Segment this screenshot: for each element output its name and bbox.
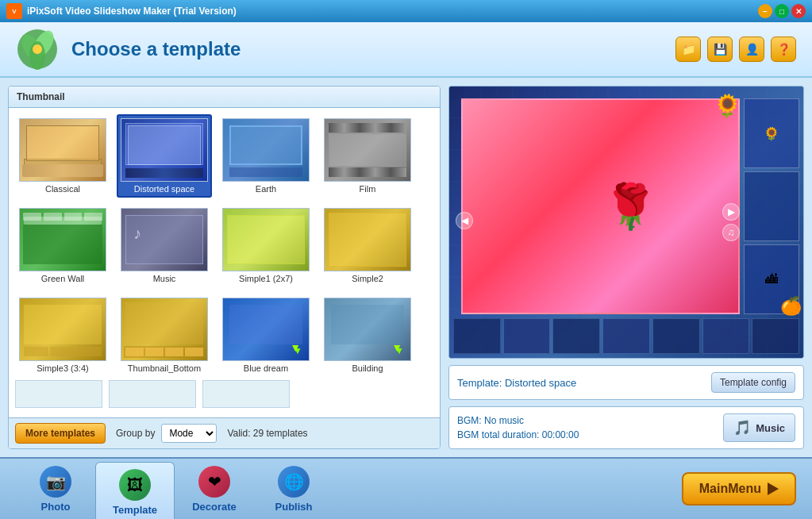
main-menu-button[interactable]: MainMenu bbox=[682, 472, 796, 506]
bgm-info: BGM: No music BGM total duration: 00:00:… bbox=[457, 415, 579, 440]
main-content: Thumbnail Classical bbox=[0, 78, 812, 457]
preview-bottom-thumb-2 bbox=[503, 318, 551, 354]
partial-template-row bbox=[15, 380, 433, 408]
help-button[interactable]: ❓ bbox=[771, 37, 796, 62]
app-title: iPixSoft Video Slideshow Maker (Trial Ve… bbox=[27, 6, 237, 17]
preview-left-nav: ◀ bbox=[456, 212, 473, 233]
template-label-simple2: Simple2 bbox=[352, 274, 383, 283]
template-thumb-film bbox=[324, 118, 411, 182]
template-item-film[interactable]: Film bbox=[320, 114, 415, 198]
template-item-earth[interactable]: Earth bbox=[218, 114, 314, 198]
preview-panel: 🌹 🌻 🌻 🏙 🍊 ◀ ▶ ♫ bbox=[448, 86, 804, 449]
preview-side-thumb-2 bbox=[744, 171, 799, 241]
template-thumb-greenwall bbox=[19, 208, 106, 271]
close-button[interactable]: ✕ bbox=[791, 4, 806, 18]
folder-button[interactable]: 📁 bbox=[675, 37, 701, 62]
preview-rose-icon: 🌹 bbox=[603, 181, 658, 233]
music-button[interactable]: 🎵 Music bbox=[723, 413, 795, 442]
template-item-greenwall[interactable]: Green Wall bbox=[15, 204, 110, 287]
app-header-logo bbox=[16, 28, 60, 71]
template-info: Template: Distorted space Template confi… bbox=[448, 365, 804, 400]
preview-bottom-thumb-4 bbox=[602, 318, 650, 354]
publish-icon: 🌐 bbox=[278, 466, 310, 498]
minimize-button[interactable]: − bbox=[758, 4, 772, 18]
template-thumb-classical bbox=[19, 118, 106, 182]
more-templates-button[interactable]: More templates bbox=[15, 423, 106, 444]
template-label-classical: Classical bbox=[45, 184, 80, 194]
template-panel-header: Thumbnail bbox=[9, 86, 440, 108]
nav-label-publish: Publish bbox=[275, 501, 313, 513]
app-logo: V bbox=[6, 3, 22, 19]
template-thumb-simple3 bbox=[19, 298, 106, 361]
preview-bottom-strip bbox=[453, 318, 799, 354]
nav-label-template: Template bbox=[113, 504, 157, 516]
preview-area: 🌹 🌻 🌻 🏙 🍊 ◀ ▶ ♫ bbox=[448, 86, 804, 359]
preview-bottom-thumb-1 bbox=[453, 318, 501, 354]
header: Choose a template 📁 💾 👤 ❓ bbox=[0, 22, 812, 78]
template-item-distorted[interactable]: Distorted space bbox=[117, 114, 212, 198]
next-button[interactable]: ▶ bbox=[722, 203, 740, 221]
template-item-building[interactable]: ▼ Building bbox=[320, 294, 415, 377]
template-panel-footer: More templates Group by Mode Style Theme… bbox=[9, 417, 440, 448]
save-button[interactable]: 💾 bbox=[707, 37, 733, 62]
maximize-button[interactable]: □ bbox=[775, 4, 789, 18]
main-menu-arrow-icon bbox=[768, 482, 779, 495]
user-button[interactable]: 👤 bbox=[739, 37, 764, 62]
play-button[interactable]: ♫ bbox=[722, 224, 740, 241]
nav-label-photo: Photo bbox=[41, 501, 71, 513]
template-item-blue-dream[interactable]: ▼ Blue dream bbox=[218, 294, 314, 377]
music-btn-label: Music bbox=[756, 422, 785, 434]
template-thumb-simple2 bbox=[324, 208, 411, 271]
group-by-label: Group by bbox=[116, 428, 155, 439]
template-label-distorted: Distorted space bbox=[134, 184, 194, 194]
svg-point-4 bbox=[33, 44, 42, 54]
bgm-label: BGM: No music bbox=[457, 415, 579, 426]
group-by-select[interactable]: Mode Style Theme bbox=[161, 424, 217, 443]
bgm-duration-label: BGM total duration: 00:00:00 bbox=[457, 429, 579, 440]
template-label-thumbnail-bottom: Thumbnail_Bottom bbox=[128, 363, 201, 373]
template-thumb-music: ♪ bbox=[121, 208, 208, 271]
template-item-simple3[interactable]: Simple3 (3:4) bbox=[15, 294, 110, 377]
header-icons: 📁 💾 👤 ❓ bbox=[675, 37, 796, 62]
template-thumb-simple1 bbox=[222, 208, 310, 271]
template-name-label: Template: Distorted space bbox=[457, 377, 576, 389]
bottle-decoration: 🍊 bbox=[780, 296, 802, 317]
template-thumb-distorted bbox=[121, 118, 208, 182]
nav-item-template[interactable]: 🖼 Template bbox=[95, 462, 175, 519]
template-item-simple1[interactable]: Simple1 (2x7) bbox=[218, 204, 314, 287]
sunflower-decoration: 🌻 bbox=[714, 93, 741, 119]
title-bar: V iPixSoft Video Slideshow Maker (Trial … bbox=[0, 0, 812, 22]
template-item-music[interactable]: ♪ Music bbox=[117, 204, 212, 287]
template-label-earth: Earth bbox=[256, 184, 276, 194]
preview-background: 🌹 🌻 🌻 🏙 🍊 ◀ ▶ ♫ bbox=[449, 86, 803, 358]
template-config-button[interactable]: Template config bbox=[711, 372, 795, 393]
preview-side-thumb-1: 🌻 bbox=[744, 98, 799, 168]
template-label-greenwall: Green Wall bbox=[41, 274, 85, 283]
nav-item-publish[interactable]: 🌐 Publish bbox=[254, 459, 333, 519]
template-panel: Thumbnail Classical bbox=[8, 86, 441, 449]
template-icon: 🖼 bbox=[119, 469, 151, 501]
page-title: Choose a template bbox=[71, 38, 241, 60]
nav-item-decorate[interactable]: ❤ Decorate bbox=[175, 459, 254, 519]
template-label-music: Music bbox=[153, 274, 176, 283]
template-item-classical[interactable]: Classical bbox=[15, 114, 110, 198]
template-grid-container[interactable]: Classical Distorted space bbox=[9, 108, 440, 417]
preview-side-thumbnails: 🌻 🏙 bbox=[744, 98, 799, 314]
preview-bottom-thumb-7 bbox=[752, 318, 799, 354]
template-label-film: Film bbox=[360, 184, 376, 194]
prev-button[interactable]: ◀ bbox=[456, 212, 473, 229]
valid-count: Valid: 29 templates bbox=[227, 428, 307, 439]
template-label-simple1: Simple1 (2x7) bbox=[239, 274, 293, 283]
template-thumb-building: ▼ bbox=[324, 298, 411, 361]
preview-right-nav: ▶ ♫ bbox=[722, 203, 740, 241]
template-item-thumbnail-bottom[interactable]: Thumbnail_Bottom bbox=[117, 294, 212, 377]
footer-nav: 📷 Photo 🖼 Template ❤ Decorate 🌐 Publish … bbox=[0, 457, 812, 519]
template-item-simple2[interactable]: Simple2 bbox=[320, 204, 415, 287]
preview-bottom-thumb-6 bbox=[702, 318, 750, 354]
template-thumb-thumbnail-bottom bbox=[121, 298, 208, 361]
bgm-area: BGM: No music BGM total duration: 00:00:… bbox=[448, 406, 804, 449]
template-thumb-blue-dream: ▼ bbox=[222, 298, 310, 361]
template-grid: Classical Distorted space bbox=[15, 114, 433, 377]
nav-item-photo[interactable]: 📷 Photo bbox=[16, 459, 95, 519]
template-label-building: Building bbox=[352, 363, 383, 373]
